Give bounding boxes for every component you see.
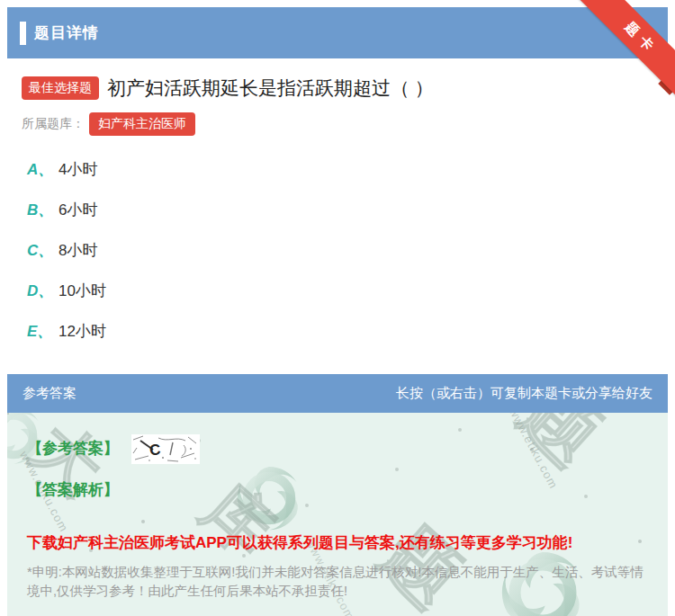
answer-value-text: C — [148, 441, 161, 459]
question-card-ribbon[interactable]: 题卡 — [574, 0, 675, 102]
answer-header-title: 参考答案 — [22, 385, 76, 402]
question-text: 初产妇活跃期延长是指活跃期超过（ ） — [107, 76, 434, 101]
option-d: D、 10小时 — [22, 271, 661, 311]
app-promo-text: 下载妇产科主治医师考试APP可以获得系列题目与答案,还有练习等更多学习功能! — [27, 532, 668, 553]
option-b: B、 6小时 — [22, 190, 661, 230]
corner-ribbon: 题卡 — [572, 0, 675, 103]
bank-label: 所属题库： — [22, 116, 85, 132]
option-a-letter: A、 — [27, 159, 58, 180]
page-header: 题目详情 — [7, 7, 668, 58]
option-b-text: 6小时 — [58, 200, 97, 220]
reference-answer-label: 【参考答案】 — [27, 438, 119, 459]
option-c: C、 8小时 — [22, 230, 661, 271]
option-d-letter: D、 — [27, 281, 58, 301]
noise-specks — [7, 413, 9, 415]
option-d-text: 10小时 — [58, 281, 106, 301]
option-e-letter: E、 — [27, 321, 58, 342]
disclaimer-text: *申明:本网站数据收集整理于互联网!我们并未能对答案信息进行核对!本信息不能用于… — [27, 563, 657, 601]
answer-captcha-image: C — [131, 434, 200, 464]
option-a: A、 4小时 — [22, 149, 661, 190]
answer-analysis-label: 【答案解析】 — [27, 481, 119, 498]
answer-header-bar: 参考答案 长按（或右击）可复制本题卡或分享给好友 — [7, 374, 668, 413]
ribbon-label: 题卡 — [616, 14, 661, 58]
bank-badge[interactable]: 妇产科主治医师 — [89, 112, 195, 136]
option-b-letter: B、 — [27, 200, 58, 220]
answer-section: www.etiku.com www.etiku.com www.etiku.co… — [7, 413, 668, 616]
option-c-text: 8小时 — [58, 240, 97, 261]
question-type-badge: 最佳选择题 — [22, 76, 99, 100]
options-list: A、 4小时 B、 6小时 C、 8小时 D、 10小时 E、 12小时 — [22, 149, 661, 352]
option-e-text: 12小时 — [58, 321, 106, 342]
title-accent-bar — [20, 22, 26, 45]
option-a-text: 4小时 — [58, 159, 97, 180]
option-e: E、 12小时 — [22, 311, 661, 352]
question-detail-page: 题目详情 题卡 最佳选择题 初产妇活跃期延长是指活跃期超过（ ） 所属题库： 妇… — [0, 0, 675, 616]
page-title: 题目详情 — [34, 22, 99, 43]
copy-share-hint: 长按（或右击）可复制本题卡或分享给好友 — [396, 385, 652, 402]
option-c-letter: C、 — [27, 240, 58, 261]
